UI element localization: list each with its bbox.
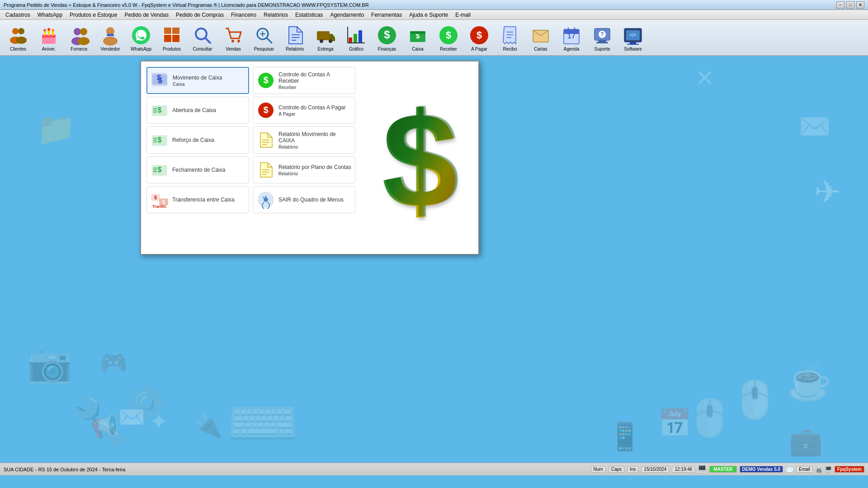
toolbar-fornece[interactable]: Fornece. [65, 21, 94, 54]
grafico-icon [346, 25, 367, 46]
reforco-caixa-label: Reforço de Caixa [172, 137, 214, 143]
toolbar-clientes[interactable]: Clientes [4, 21, 33, 54]
menu-pedido-compras[interactable]: Pedido de Compras [172, 11, 227, 19]
agenda-icon: 17 [561, 25, 582, 46]
aniver-icon [38, 25, 59, 46]
menu-item-transferencia-caixa[interactable]: $ $ Tranfer. Transferencia entre Caixa [146, 186, 249, 213]
entrega-label: Entrega [317, 47, 333, 52]
dollar-sign-visual: $ $ [370, 72, 469, 244]
toolbar-agenda[interactable]: 17 Agenda [557, 21, 586, 54]
titlebar: Programa Pedido de Vendas + Estoque & Fi… [0, 0, 868, 10]
svg-point-39 [329, 39, 332, 43]
menu-cadastros[interactable]: Cadastros [2, 11, 34, 19]
menu-financeiro[interactable]: Financeiro [227, 11, 260, 19]
toolbar-vendas[interactable]: Vendas [219, 21, 248, 54]
toolbar-recibo[interactable]: Recibo [495, 21, 524, 54]
maximize-button[interactable]: □ [846, 1, 854, 9]
svg-point-9 [43, 29, 46, 32]
status-caps: Caps [609, 466, 624, 473]
svg-point-28 [231, 40, 234, 42]
whatsapp-label: WhatsApp [131, 47, 151, 52]
fechamento-caixa-icon: $ [151, 161, 169, 179]
receber-label: Receber [440, 47, 457, 52]
toolbar-grafico[interactable]: Gráfico [342, 21, 371, 54]
svg-point-0 [12, 28, 19, 34]
relatorio-plano-sublabel: Relatório [278, 171, 351, 176]
menu-email[interactable]: E-mail [452, 11, 474, 19]
menu-item-fechamento-caixa[interactable]: $ Fechamento de Caixa [146, 156, 249, 183]
menu-pedido-vendas[interactable]: Pedido de Vendas [121, 11, 172, 19]
menu-ferramentas[interactable]: Ferramentas [368, 11, 406, 19]
abertura-caixa-icon: $ [151, 101, 169, 119]
relatorio-plano-icon [257, 161, 275, 179]
toolbar: Clientes Aniver. Fornece [0, 20, 868, 56]
deco-megaphone: 📢 [90, 413, 118, 439]
toolbar-caixa[interactable]: $ Caixa [403, 21, 432, 54]
vendas-icon [223, 25, 244, 46]
clientes-icon [8, 25, 28, 46]
entrega-icon [315, 25, 336, 46]
menu-item-movimento-caixa[interactable]: $ $ Movimento de Caixa Caixa [146, 67, 249, 94]
menu-relatorios[interactable]: Relatórios [260, 11, 292, 19]
deco-calendar: 📅 [658, 407, 692, 439]
menu-whatsapp[interactable]: WhatsApp [34, 11, 66, 19]
toolbar-whatsapp[interactable]: WhatsApp [127, 21, 156, 54]
background-area: 🔧 ⚙️ ▲ 📢 📷 🎮 ✉️ ✕ ✈ ✉️ ☕ 💼 🖱️ 🔌 ⌨️ 🖱️ 📱 … [0, 56, 868, 475]
toolbar-aniver[interactable]: Aniver. [34, 21, 63, 54]
menu-item-reforco-caixa[interactable]: $ Reforço de Caixa [146, 127, 249, 154]
svg-rect-23 [172, 28, 179, 34]
deco-envelope: ✉️ [118, 404, 146, 430]
menu-ajuda-suporte[interactable]: Ajuda e Suporte [406, 11, 452, 19]
svg-rect-7 [48, 30, 50, 36]
menu-item-relatorio-caixa[interactable]: Relatório Movimento de CAIXA Relatório [253, 127, 355, 154]
movimento-caixa-label: Movimento de Caixa [173, 75, 222, 81]
relatorio-label: Relatório [286, 47, 304, 52]
agenda-label: Agenda [564, 47, 579, 52]
toolbar-suporte[interactable]: ? Suporte [588, 21, 617, 54]
toolbar-software[interactable]: </> Software [618, 21, 647, 54]
menu-agendamento[interactable]: Agendamento [326, 11, 368, 19]
toolbar-entrega[interactable]: Entrega [311, 21, 340, 54]
menu-produtos-estoque[interactable]: Produtos e Estoque [66, 11, 121, 19]
relatorio-icon [284, 25, 305, 46]
svg-text:$: $ [158, 106, 162, 114]
deco-keyboard: ⌨️ [226, 389, 299, 457]
toolbar-vendedor[interactable]: Vendedor [96, 21, 125, 54]
toolbar-receber[interactable]: $ Receber [434, 21, 463, 54]
toolbar-apagar[interactable]: $ A Pagar [465, 21, 494, 54]
relatorio-caixa-sublabel: Relatório [278, 145, 351, 150]
deco-paper-plane: ✈ [814, 174, 841, 211]
status-fpqsystem: FpqSystem [835, 466, 864, 473]
produtos-icon [161, 25, 182, 46]
menu-item-controle-receber[interactable]: $ Controle do Contas A Receber Receber [253, 67, 355, 94]
menu-item-controle-pagar[interactable]: $ Controle do Contas A Pagar A Pagar [253, 97, 355, 124]
status-num: Num [591, 466, 606, 473]
svg-text:$: $ [263, 105, 268, 115]
menu-item-relatorio-plano[interactable]: Relatório por Plano de Contas Relatório [253, 156, 355, 183]
toolbar-relatorio[interactable]: Relatório [280, 21, 309, 54]
svg-rect-42 [359, 30, 362, 43]
svg-rect-20 [164, 35, 171, 42]
svg-point-12 [74, 28, 81, 35]
menu-item-sair[interactable]: SAIR do Quadro de Menus [253, 186, 355, 213]
controle-pagar-label: Controle do Contas A Pagar [278, 104, 346, 111]
grafico-label: Gráfico [349, 47, 363, 52]
minimize-button[interactable]: − [836, 1, 844, 9]
financas-icon: $ [377, 25, 397, 46]
status-city-date: SUA CIDADE - RS 15 de Outubro de 2024 - … [4, 467, 589, 472]
toolbar-produtos[interactable]: Produtos [157, 21, 186, 54]
toolbar-cartas[interactable]: Cartas [526, 21, 555, 54]
svg-rect-6 [44, 31, 46, 36]
menu-estatisticas[interactable]: Estatísticas [292, 11, 326, 19]
toolbar-financas[interactable]: $ Finanças [373, 21, 401, 54]
svg-rect-40 [349, 38, 352, 43]
relatorio-caixa-label: Relatório Movimento de CAIXA [278, 131, 351, 144]
menu-grid: $ $ Movimento de Caixa Caixa [146, 67, 355, 249]
svg-rect-41 [354, 34, 357, 43]
svg-text:$: $ [476, 29, 482, 41]
close-button[interactable]: ✕ [856, 1, 864, 9]
menu-item-abertura-caixa[interactable]: $ Abertura de Caixa [146, 97, 249, 124]
toolbar-pesquisar[interactable]: Pesquisar [250, 21, 278, 54]
toolbar-consultar[interactable]: Consultar [188, 21, 217, 54]
svg-point-10 [47, 28, 50, 31]
